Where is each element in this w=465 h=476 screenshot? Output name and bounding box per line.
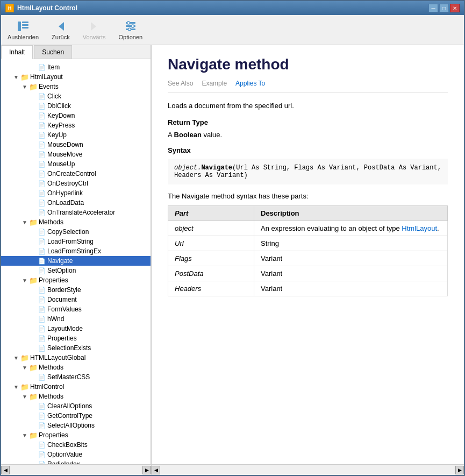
document-label: Document	[47, 296, 77, 303]
see-also-link[interactable]: See Also	[168, 80, 193, 87]
layoutmode-label: LayoutMode	[47, 325, 83, 332]
tree-item-ontranslateaccelerator[interactable]: 📄 OnTranslateAccelerator	[1, 208, 151, 217]
tab-contents[interactable]: Inhalt	[1, 45, 33, 59]
tree-item-selectalloptions[interactable]: 📄 SelectAllOptions	[1, 421, 151, 430]
page-icon-selectionexists: 📄	[38, 344, 46, 352]
tree-item-layoutmode[interactable]: 📄 LayoutMode	[1, 324, 151, 333]
minimize-button[interactable]: ─	[428, 4, 438, 12]
close-button[interactable]: ✕	[450, 4, 460, 12]
tree-item-htmlcontrol[interactable]: ▼ 📁 HtmlControl	[1, 382, 151, 392]
tree-item-htmllayout[interactable]: ▼ 📁 HtmlLayout	[1, 72, 151, 82]
tree-item-getcontroltype[interactable]: 📄 GetControlType	[1, 411, 151, 421]
example-link[interactable]: Example	[202, 80, 227, 87]
doc-links: See Also Example Applies To	[168, 80, 448, 93]
tree-item-keydown[interactable]: 📄 KeyDown	[1, 111, 151, 120]
doc-description: Loads a document from the specified url.	[168, 102, 448, 110]
keypress-label: KeyPress	[47, 122, 75, 129]
folder-icon-properties3: 📁	[29, 431, 38, 439]
tree-item-setmastercss[interactable]: 📄 SetMasterCSS	[1, 372, 151, 382]
forward-button[interactable]: Vorwärts	[81, 19, 108, 41]
tree-item-clearalloptions[interactable]: 📄 ClearAllOptions	[1, 401, 151, 411]
table-row-object: object An expression evaluating to an ob…	[168, 221, 448, 236]
tree-item-formvalues[interactable]: 📄 FormValues	[1, 304, 151, 314]
borderstyle-label: BorderStyle	[47, 286, 81, 294]
hide-button[interactable]: Ausblenden	[5, 19, 41, 41]
scroll-left-btn[interactable]: ◀	[1, 466, 10, 474]
param-url: Url	[168, 236, 254, 251]
scroll-right-btn[interactable]: ▶	[142, 466, 151, 474]
tree-item-loadfromstringex[interactable]: 📄 LoadFromStringEx	[1, 246, 151, 256]
page-icon-navigate: 📄	[38, 257, 46, 265]
tree-item-mousemove[interactable]: 📄 MouseMove	[1, 150, 151, 159]
back-button[interactable]: Zurück	[49, 19, 72, 41]
folder-icon-properties: 📁	[29, 276, 38, 285]
tree-item-mouseup[interactable]: 📄 MouseUp	[1, 159, 151, 169]
app-window: H HtmlLayout Control ─ □ ✕ Ausblenden Zu…	[0, 0, 465, 476]
page-icon-oncreatecontrol: 📄	[38, 169, 46, 178]
maximize-button[interactable]: □	[439, 4, 449, 12]
svg-rect-0	[18, 22, 21, 31]
tree-item-optionvalue[interactable]: 📄 OptionValue	[1, 450, 151, 459]
keyup-label: KeyUp	[47, 131, 67, 139]
tree-item-document[interactable]: 📄 Document	[1, 295, 151, 304]
methods-label: Methods	[39, 218, 63, 226]
col-header-desc: Description	[254, 206, 448, 221]
bottom-right-scrollbar[interactable]: ◀ ▶	[152, 465, 464, 475]
page-icon-selectalloptions: 📄	[38, 421, 46, 430]
tree-item-selectionexists[interactable]: 📄 SelectionExists	[1, 343, 151, 353]
tree-item-properties3[interactable]: ▼ 📁 Properties	[1, 430, 151, 440]
page-icon-layoutmode: 📄	[38, 324, 46, 333]
tree-item-keyup[interactable]: 📄 KeyUp	[1, 130, 151, 140]
tree-item-radioindex[interactable]: 📄 RadioIndex	[1, 459, 151, 464]
tree-item-setoption[interactable]: 📄 SetOption	[1, 266, 151, 275]
tree-item-htmllayoutglobal[interactable]: ▼ 📁 HTMLLayoutGlobal	[1, 353, 151, 363]
tree-item-item[interactable]: 📄 Item	[1, 62, 151, 72]
tree-item-keypress[interactable]: 📄 KeyPress	[1, 120, 151, 130]
tree-item-methods3[interactable]: ▼ 📁 Methods	[1, 392, 151, 401]
main-area: Inhalt Suchen 📄 Item ▼ 📁 HtmlLayout	[1, 45, 464, 464]
options-button[interactable]: Optionen	[117, 19, 145, 41]
svg-rect-2	[22, 24, 28, 26]
htmllayout-link[interactable]: HtmlLayout	[402, 224, 437, 232]
click-label: Click	[47, 93, 61, 100]
tree-item-borderstyle[interactable]: 📄 BorderStyle	[1, 285, 151, 295]
page-icon-formvalues: 📄	[38, 305, 46, 314]
tree-item-properties2[interactable]: 📄 Properties	[1, 333, 151, 343]
page-icon-ontranslate: 📄	[38, 208, 46, 217]
title-controls: ─ □ ✕	[428, 4, 460, 12]
tree-item-dblclick[interactable]: 📄 DblClick	[1, 101, 151, 111]
page-icon-click: 📄	[38, 92, 46, 101]
tree-container[interactable]: 📄 Item ▼ 📁 HtmlLayout ▼ 📁 Events	[1, 59, 151, 464]
tab-search[interactable]: Suchen	[34, 45, 72, 59]
tree-item-hwnd[interactable]: 📄 hWnd	[1, 314, 151, 324]
page-icon-loadfromstringex: 📄	[38, 247, 46, 255]
h-scroll-track-right[interactable]	[160, 466, 455, 474]
page-icon-optionvalue: 📄	[38, 450, 46, 459]
tree-item-events[interactable]: ▼ 📁 Events	[1, 82, 151, 91]
page-icon-hwnd: 📄	[38, 315, 46, 323]
tree-item-methods[interactable]: ▼ 📁 Methods	[1, 217, 151, 227]
desc-postdata: Variant	[254, 266, 448, 281]
applies-to-link[interactable]: Applies To	[235, 80, 265, 87]
page-icon-checkboxbits: 📄	[38, 441, 46, 449]
tree-item-checkboxbits[interactable]: 📄 CheckBoxBits	[1, 440, 151, 450]
scroll-right-btn-right[interactable]: ▶	[455, 466, 464, 474]
bottom-left-scrollbar[interactable]: ◀ ▶	[1, 465, 152, 475]
h-scroll-track-left[interactable]	[10, 466, 142, 474]
expander-htmlcontrol: ▼	[12, 384, 20, 390]
tree-item-properties[interactable]: ▼ 📁 Properties	[1, 275, 151, 285]
tree-item-click[interactable]: 📄 Click	[1, 91, 151, 101]
setmastercss-label: SetMasterCSS	[47, 373, 90, 381]
tree-item-onloaddata[interactable]: 📄 OnLoadData	[1, 198, 151, 208]
tree-item-navigate[interactable]: 📄 Navigate	[1, 256, 151, 266]
svg-point-7	[127, 22, 130, 24]
tree-item-loadfromstring[interactable]: 📄 LoadFromString	[1, 237, 151, 246]
tree-item-methods2[interactable]: ▼ 📁 Methods	[1, 363, 151, 372]
tree-item-mousedown[interactable]: 📄 MouseDown	[1, 140, 151, 150]
tree-item-copyselection[interactable]: 📄 CopySelection	[1, 227, 151, 237]
tree-item-ondestroyctrl[interactable]: 📄 OnDestroyCtrl	[1, 179, 151, 188]
scroll-left-btn-right[interactable]: ◀	[152, 466, 160, 474]
tree-item-oncreatecontrol[interactable]: 📄 OnCreateControl	[1, 169, 151, 179]
options-label: Optionen	[119, 34, 143, 40]
tree-item-onhyperlink[interactable]: 📄 OnHyperlink	[1, 188, 151, 198]
